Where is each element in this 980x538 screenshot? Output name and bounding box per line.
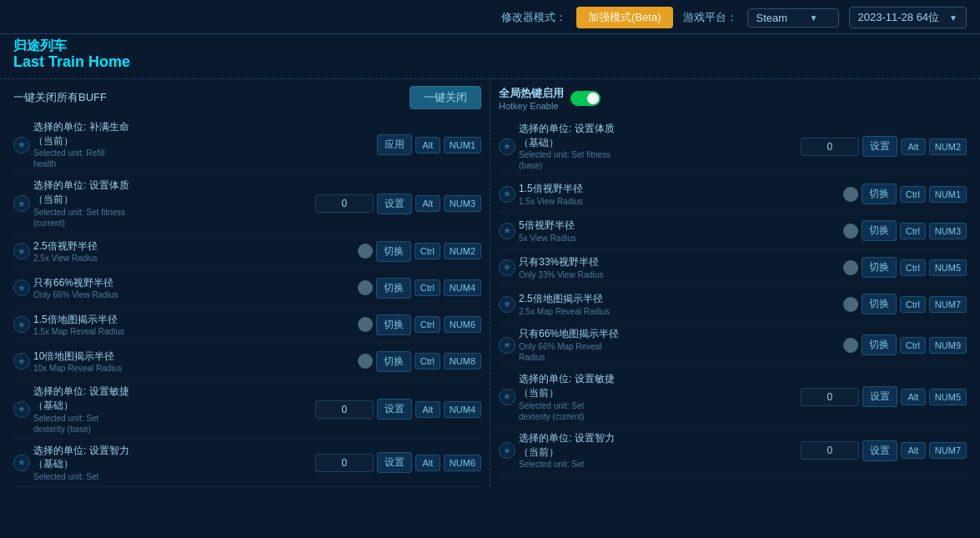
action-button[interactable]: 切换 <box>376 314 411 335</box>
key-modifier[interactable]: Ctrl <box>415 316 440 333</box>
key-modifier[interactable]: Ctrl <box>900 337 926 354</box>
star-button[interactable]: ★ <box>499 442 515 459</box>
value-input[interactable] <box>315 194 374 213</box>
key-modifier[interactable]: Alt <box>415 195 440 212</box>
key-modifier[interactable]: Alt <box>415 137 440 153</box>
key-code[interactable]: NUM7 <box>929 296 967 313</box>
action-button[interactable]: 切换 <box>862 334 897 355</box>
title-bar: 归途列车 Last Train Home <box>0 34 980 78</box>
star-button[interactable]: ★ <box>13 401 30 418</box>
close-all-button[interactable]: 一键关闭 <box>410 86 481 109</box>
cheat-row: ★只有33%视野半径Only 33% View Radius切换CtrlNUM5 <box>499 249 967 286</box>
key-code[interactable]: NUM1 <box>929 186 967 203</box>
star-button[interactable]: ★ <box>499 138 515 155</box>
key-modifier[interactable]: Ctrl <box>900 259 926 276</box>
cheat-row: ★只有66%地图揭示半径Only 66% Map Reveal Radius切换… <box>499 323 967 368</box>
action-button[interactable]: 切换 <box>376 241 411 262</box>
star-button[interactable]: ★ <box>13 353 30 370</box>
star-button[interactable]: ★ <box>499 223 515 239</box>
title-zh: 归途列车 <box>13 38 967 53</box>
action-button[interactable]: 切换 <box>376 278 411 299</box>
key-code[interactable]: NUM2 <box>929 138 967 155</box>
toggle-circle[interactable] <box>358 280 373 295</box>
star-button[interactable]: ★ <box>13 316 30 333</box>
key-code[interactable]: NUM3 <box>444 195 481 212</box>
star-button[interactable]: ★ <box>499 296 515 313</box>
action-button[interactable]: 设置 <box>862 136 897 157</box>
cheat-label: 2.5倍地图揭示半径2.5x Map Reveal Radius <box>519 292 840 317</box>
right-rows: ★选择的单位: 设置体质 （基础）Selected unit: Set fitn… <box>499 118 967 475</box>
cheat-row: ★1.5倍地图揭示半径1.5x Map Reveal Radius切换CtrlN… <box>13 307 481 344</box>
action-button[interactable]: 切换 <box>862 294 897 314</box>
key-modifier[interactable]: Ctrl <box>415 353 440 370</box>
key-modifier[interactable]: Alt <box>415 401 440 418</box>
key-code[interactable]: NUM9 <box>929 337 967 354</box>
toggle-circle[interactable] <box>843 297 858 312</box>
mode-button[interactable]: 加强模式(Beta) <box>576 7 672 28</box>
version-dropdown[interactable]: 2023-11-28 64位 ▼ <box>849 7 967 28</box>
action-button[interactable]: 设置 <box>377 194 412 214</box>
key-modifier[interactable]: Ctrl <box>900 223 926 239</box>
hotkey-toggle[interactable] <box>570 91 601 106</box>
action-button[interactable]: 设置 <box>862 440 897 461</box>
key-code[interactable]: NUM3 <box>929 223 967 239</box>
key-code[interactable]: NUM8 <box>444 353 481 370</box>
value-input[interactable] <box>801 441 859 460</box>
mode-label: 修改器模式： <box>501 10 566 25</box>
key-code[interactable]: NUM4 <box>444 279 481 296</box>
cheat-row: ★只有66%视野半径Only 66% View Radius切换CtrlNUM4 <box>13 270 481 307</box>
action-button[interactable]: 设置 <box>862 386 897 407</box>
value-input[interactable] <box>801 388 859 406</box>
toggle-circle[interactable] <box>843 338 858 353</box>
toggle-circle[interactable] <box>843 224 858 239</box>
platform-dropdown[interactable]: Steam ▼ <box>747 8 839 28</box>
toggle-circle[interactable] <box>843 187 858 202</box>
star-button[interactable]: ★ <box>13 243 30 259</box>
toggle-circle[interactable] <box>358 354 373 369</box>
key-code[interactable]: NUM7 <box>929 442 967 459</box>
value-input[interactable] <box>801 138 859 156</box>
star-button[interactable]: ★ <box>499 259 515 276</box>
action-button[interactable]: 设置 <box>377 399 412 420</box>
star-button[interactable]: ★ <box>499 186 515 203</box>
key-modifier[interactable]: Ctrl <box>900 296 926 313</box>
cheat-row: ★选择的单位: 设置智力 （基础）Selected unit: Set设置Alt… <box>13 440 481 488</box>
star-button[interactable]: ★ <box>13 455 30 471</box>
cheat-label: 只有66%地图揭示半径Only 66% Map Reveal Radius <box>519 327 840 363</box>
key-code[interactable]: NUM6 <box>444 455 481 471</box>
action-button[interactable]: 切换 <box>376 351 411 372</box>
cheat-label: 1.5倍视野半径1.5x View Radius <box>519 182 840 207</box>
key-code[interactable]: NUM5 <box>929 389 967 405</box>
action-button[interactable]: 切换 <box>862 257 897 278</box>
key-modifier[interactable]: Alt <box>901 138 926 155</box>
key-code[interactable]: NUM2 <box>444 243 481 259</box>
key-modifier[interactable]: Alt <box>901 442 926 459</box>
key-modifier[interactable]: Ctrl <box>415 279 440 296</box>
star-button[interactable]: ★ <box>499 389 515 405</box>
cheat-row: ★2.5倍视野半径2.5x View Radius切换CtrlNUM2 <box>13 234 481 270</box>
action-button[interactable]: 应用 <box>377 134 412 155</box>
hotkey-section: 全局热键启用 Hotkey Enable <box>499 79 967 118</box>
key-modifier[interactable]: Ctrl <box>415 243 440 259</box>
key-code[interactable]: NUM6 <box>444 316 481 333</box>
star-button[interactable]: ★ <box>13 195 30 212</box>
toggle-circle[interactable] <box>358 317 373 332</box>
star-button[interactable]: ★ <box>13 279 30 296</box>
toggle-circle[interactable] <box>358 244 373 259</box>
action-button[interactable]: 切换 <box>862 184 897 204</box>
action-button[interactable]: 设置 <box>377 452 412 473</box>
toggle-circle[interactable] <box>843 260 858 275</box>
left-panel: 一键关闭所有BUFF 一键关闭 ★选择的单位: 补满生命 （当前）Selecte… <box>13 79 490 487</box>
action-button[interactable]: 切换 <box>862 220 897 241</box>
key-modifier[interactable]: Alt <box>901 389 926 405</box>
key-code[interactable]: NUM4 <box>444 401 481 418</box>
star-button[interactable]: ★ <box>13 137 30 153</box>
key-code[interactable]: NUM5 <box>929 259 967 276</box>
key-modifier[interactable]: Alt <box>415 455 440 471</box>
key-code[interactable]: NUM1 <box>444 137 481 153</box>
value-input[interactable] <box>315 400 374 419</box>
key-modifier[interactable]: Ctrl <box>900 186 926 203</box>
star-button[interactable]: ★ <box>499 337 515 354</box>
value-input[interactable] <box>315 454 374 472</box>
hotkey-title: 全局热键启用 <box>499 86 564 101</box>
